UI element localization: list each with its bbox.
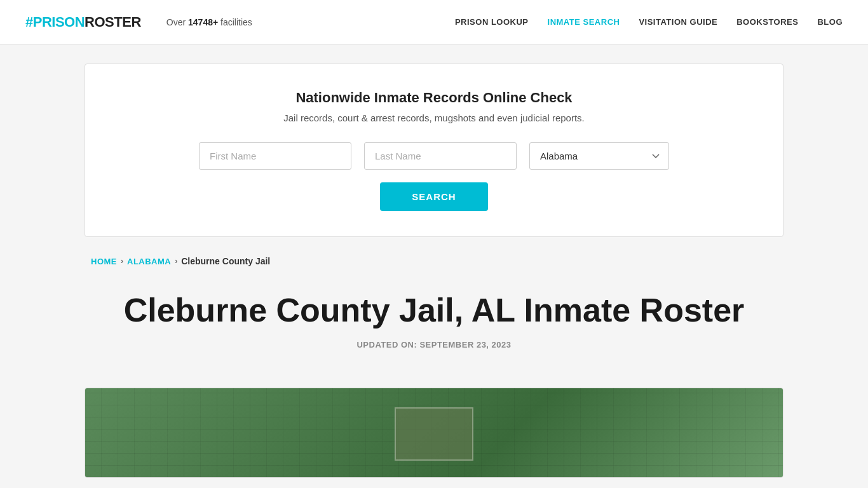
- nav-prison-lookup[interactable]: PRISON LOOKUP: [455, 17, 529, 27]
- breadcrumb-sep-1: ›: [121, 257, 123, 266]
- logo-hash: #: [25, 14, 33, 30]
- content-card: [85, 388, 783, 478]
- nav-blog[interactable]: BLOG: [817, 17, 843, 27]
- page-title: Cleburne County Jail, AL Inmate Roster: [91, 292, 777, 330]
- search-form-row: Alabama Alaska Arizona Arkansas Californ…: [123, 142, 745, 170]
- nav-visitation-guide[interactable]: VISITATION GUIDE: [639, 17, 717, 27]
- nav-inmate-search[interactable]: INMATE SEARCH: [548, 17, 620, 27]
- breadcrumb-alabama[interactable]: Alabama: [127, 257, 171, 266]
- site-logo[interactable]: #PRISONROSTER: [25, 14, 141, 30]
- search-widget-heading: Nationwide Inmate Records Online Check: [123, 90, 745, 106]
- last-name-input[interactable]: [364, 142, 517, 170]
- updated-label: UPDATED ON: SEPTEMBER 23, 2023: [91, 340, 777, 349]
- search-btn-row: SEARCH: [123, 182, 745, 211]
- search-widget-subheading: Jail records, court & arrest records, mu…: [123, 112, 745, 123]
- search-button[interactable]: SEARCH: [380, 182, 487, 211]
- page-title-section: Cleburne County Jail, AL Inmate Roster U…: [85, 279, 783, 375]
- site-header: #PRISONROSTER Over 14748+ facilities PRI…: [0, 0, 868, 44]
- logo-roster: ROSTER: [85, 14, 141, 30]
- breadcrumb-home[interactable]: Home: [91, 257, 117, 266]
- main-nav: PRISON LOOKUP INMATE SEARCH VISITATION G…: [455, 17, 843, 27]
- nav-bookstores[interactable]: BOOKSTORES: [736, 17, 798, 27]
- content-card-image: [85, 388, 783, 477]
- search-widget: Nationwide Inmate Records Online Check J…: [85, 64, 783, 237]
- breadcrumb: Home › Alabama › Cleburne County Jail: [85, 256, 783, 266]
- first-name-input[interactable]: [199, 142, 351, 170]
- breadcrumb-current: Cleburne County Jail: [181, 256, 270, 266]
- breadcrumb-sep-2: ›: [175, 257, 177, 266]
- state-select[interactable]: Alabama Alaska Arizona Arkansas Californ…: [529, 142, 669, 170]
- logo-prison: PRISON: [33, 14, 85, 30]
- facilities-count-label: Over 14748+ facilities: [166, 17, 252, 27]
